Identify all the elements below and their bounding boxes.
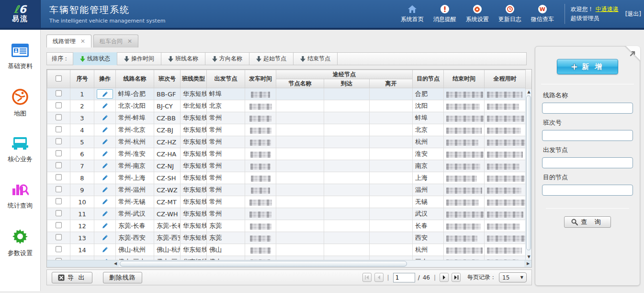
table-row[interactable]: 12东莞-长春东莞-长春华东短线东莞长春: [47, 220, 526, 232]
panel-pin-button[interactable]: [621, 46, 640, 65]
edit-route-button[interactable]: [100, 174, 110, 182]
col-header-1[interactable]: 操作: [94, 70, 116, 88]
dest-node-input[interactable]: [542, 185, 633, 196]
vertical-scrollbar-thumb[interactable]: [526, 95, 531, 250]
col-header-6[interactable]: 发车时间: [245, 70, 276, 88]
col-subheader-2[interactable]: 离开: [370, 79, 413, 88]
edit-route-button[interactable]: [100, 198, 110, 206]
edit-route-button[interactable]: [100, 102, 110, 110]
depart-node-input[interactable]: [542, 157, 633, 168]
table-row[interactable]: 8常州-上海CZ-SH华东短线常州上海: [47, 172, 526, 184]
first-page-button[interactable]: [362, 273, 372, 282]
row-checkbox[interactable]: [56, 222, 62, 228]
sort-option-2[interactable]: 班线名称: [161, 52, 205, 65]
edit-route-button[interactable]: [100, 234, 110, 242]
col-header-r1[interactable]: 结束时间: [444, 70, 485, 88]
row-checkbox[interactable]: [56, 162, 62, 168]
tab-close-icon[interactable]: ✕: [80, 38, 85, 45]
nav-item-wechat[interactable]: W微信查车: [531, 4, 554, 23]
row-checkbox[interactable]: [56, 174, 62, 180]
shift-no-input[interactable]: [542, 130, 633, 141]
vertical-scrollbar[interactable]: ▲ ▼: [525, 89, 531, 260]
edit-route-button[interactable]: [100, 246, 110, 254]
scroll-left-icon[interactable]: ◀: [112, 260, 119, 267]
sort-option-5[interactable]: 结束节点: [294, 52, 338, 65]
table-row[interactable]: 2北京-沈阳BJ-CY华北短线北京沈阳: [47, 100, 526, 112]
scroll-right-icon[interactable]: ▶: [525, 260, 531, 267]
edit-route-button[interactable]: [97, 89, 113, 99]
edit-route-button[interactable]: [100, 150, 110, 158]
table-row[interactable]: 6常州-淮安CZ-HA华东短线常州淮安: [47, 148, 526, 160]
scroll-down-icon[interactable]: ▼: [526, 254, 531, 260]
sidebar-item-parameters[interactable]: 参数设置: [0, 228, 40, 258]
prev-page-button[interactable]: [374, 273, 384, 282]
delete-routes-button[interactable]: 删除线路: [103, 272, 142, 283]
sort-option-3[interactable]: 方向名称: [205, 52, 249, 65]
table-row[interactable]: 15佛山-三水佛山-三水华南短线佛山三水: [47, 256, 526, 260]
row-checkbox[interactable]: [56, 210, 62, 216]
tab-rental-contract[interactable]: 租车合同✕: [93, 35, 138, 47]
search-button[interactable]: 查 询: [564, 216, 611, 228]
nav-item-settings[interactable]: 系统设置: [466, 4, 489, 23]
table-row[interactable]: 4常州-北京CZ-BJ华东短线常州北京: [47, 124, 526, 136]
nav-item-message[interactable]: 消息提醒: [433, 4, 456, 23]
horizontal-scrollbar-thumb[interactable]: [120, 261, 407, 267]
sidebar-item-map[interactable]: 地图: [0, 89, 40, 118]
edit-route-button[interactable]: [100, 126, 110, 134]
sidebar-item-statistics[interactable]: 统计查询: [0, 182, 40, 210]
table-row[interactable]: 11常州-武汉CZ-WH华东短线常州武汉: [47, 208, 526, 220]
sort-option-0[interactable]: 线路状态: [73, 52, 117, 65]
row-checkbox[interactable]: [56, 90, 62, 96]
select-all-checkbox[interactable]: [56, 75, 62, 82]
next-page-button[interactable]: [440, 273, 449, 282]
table-row[interactable]: 7常州-南京CZ-NJ华东短线常州南京: [47, 160, 526, 172]
scroll-up-icon[interactable]: ▲: [526, 89, 531, 95]
table-row[interactable]: 1蚌埠-合肥BB-GF华东短线蚌埠合肥: [47, 88, 526, 100]
edit-route-button[interactable]: [100, 162, 110, 170]
nav-item-changelog[interactable]: 更新日志: [498, 4, 521, 23]
sidebar-item-core-biz[interactable]: 核心业务: [0, 136, 40, 164]
col-header-r2[interactable]: 全程用时: [485, 70, 526, 88]
table-row[interactable]: 13东莞-西安东莞-西安华东短线东莞西安: [47, 232, 526, 244]
export-button[interactable]: 导 出: [52, 272, 92, 283]
col-header-0[interactable]: 序号: [70, 70, 94, 88]
row-checkbox[interactable]: [56, 114, 62, 120]
col-subheader-1[interactable]: 到达: [324, 79, 370, 88]
row-checkbox[interactable]: [56, 126, 62, 132]
col-header-5[interactable]: 出发节点: [207, 70, 245, 88]
tab-close-icon[interactable]: ✕: [127, 38, 132, 45]
add-route-button[interactable]: 新 增: [557, 59, 618, 74]
row-checkbox[interactable]: [56, 150, 62, 156]
nav-item-home[interactable]: 系统首页: [401, 4, 424, 23]
table-row[interactable]: 10常州-无锡CZ-MT华东短线常州无锡: [47, 196, 526, 208]
sort-option-4[interactable]: 起始节点: [249, 52, 294, 65]
row-checkbox[interactable]: [56, 138, 62, 144]
horizontal-scrollbar[interactable]: ◀ ▶: [47, 260, 531, 267]
app-logo[interactable]: ℓ6 易流: [0, 0, 41, 28]
row-checkbox[interactable]: [56, 234, 62, 240]
table-row[interactable]: 14佛山-杭州佛山-杭州华东短线佛山杭州: [47, 244, 526, 256]
page-number-input[interactable]: [393, 273, 415, 282]
table-row[interactable]: 9常州-温州CZ-WZ华东短线常州温州: [47, 184, 526, 196]
row-checkbox[interactable]: [56, 102, 62, 108]
last-page-button[interactable]: [452, 273, 461, 282]
col-header-2[interactable]: 线路名称: [116, 70, 154, 88]
table-row[interactable]: 3常州-蚌埠CZ-BB华东短线常州蚌埠: [47, 112, 526, 124]
table-row[interactable]: 5常州-杭州CZ-HZ华东短线常州杭州: [47, 136, 526, 148]
edit-route-button[interactable]: [100, 114, 110, 122]
edit-route-button[interactable]: [100, 138, 110, 146]
per-page-select[interactable]: 15 ▼: [499, 272, 527, 282]
row-checkbox[interactable]: [56, 186, 62, 192]
route-name-input[interactable]: [542, 103, 633, 114]
row-checkbox[interactable]: [56, 246, 62, 252]
col-header-4[interactable]: 班线类型: [181, 70, 207, 88]
col-subheader-0[interactable]: 节点名称: [276, 79, 324, 88]
sidebar-item-basic-data[interactable]: 基础资料: [0, 43, 40, 70]
row-checkbox[interactable]: [56, 198, 62, 204]
tab-route-management[interactable]: 线路管理✕: [46, 35, 91, 47]
logout-button[interactable]: [退出]: [625, 10, 641, 18]
edit-route-button[interactable]: [100, 222, 110, 230]
sort-option-1[interactable]: 操作时间: [117, 52, 161, 65]
edit-route-button[interactable]: [100, 186, 110, 194]
col-header-r0[interactable]: 目的节点: [413, 70, 444, 88]
